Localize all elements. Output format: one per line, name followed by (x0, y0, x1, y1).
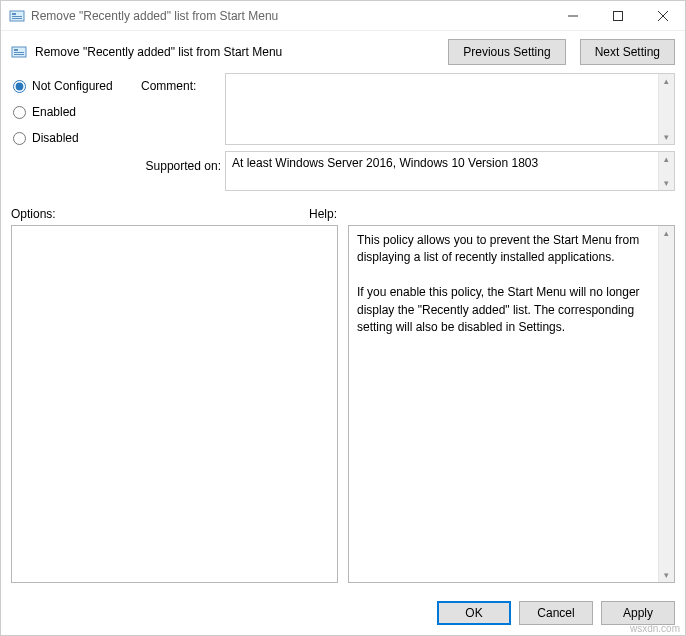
radio-disabled[interactable]: Disabled (11, 131, 137, 145)
previous-setting-button[interactable]: Previous Setting (448, 39, 565, 65)
dialog-window: Remove "Recently added" list from Start … (0, 0, 686, 636)
scroll-up-icon[interactable]: ▴ (664, 74, 669, 88)
scroll-down-icon[interactable]: ▾ (664, 176, 669, 190)
svg-rect-3 (12, 18, 22, 19)
state-radio-group: Not Configured Enabled Disabled (11, 73, 137, 191)
titlebar: Remove "Recently added" list from Start … (1, 1, 685, 31)
scrollbar[interactable]: ▴▾ (658, 226, 674, 582)
svg-rect-1 (12, 13, 16, 15)
options-label: Options: (11, 207, 309, 221)
maximize-button[interactable] (595, 1, 640, 31)
next-setting-button[interactable]: Next Setting (580, 39, 675, 65)
scroll-up-icon[interactable]: ▴ (664, 226, 669, 240)
radio-label: Disabled (32, 131, 79, 145)
apply-button[interactable]: Apply (601, 601, 675, 625)
radio-label: Enabled (32, 105, 76, 119)
options-pane (11, 225, 338, 583)
svg-rect-5 (613, 11, 622, 20)
scroll-down-icon[interactable]: ▾ (664, 130, 669, 144)
help-label: Help: (309, 207, 337, 221)
svg-rect-2 (12, 16, 22, 17)
policy-title: Remove "Recently added" list from Start … (35, 45, 448, 59)
comment-field[interactable]: ▴▾ (225, 73, 675, 145)
policy-icon (11, 44, 27, 60)
supported-label: Supported on: (141, 151, 221, 191)
svg-rect-9 (14, 49, 18, 51)
help-content: This policy allows you to prevent the St… (349, 226, 658, 582)
help-paragraph: If you enable this policy, the Start Men… (357, 284, 650, 336)
scrollbar[interactable]: ▴▾ (658, 152, 674, 190)
minimize-button[interactable] (550, 1, 595, 31)
header: Remove "Recently added" list from Start … (1, 31, 685, 69)
radio-label: Not Configured (32, 79, 113, 93)
close-button[interactable] (640, 1, 685, 31)
radio-not-configured-input[interactable] (13, 80, 26, 93)
watermark: wsxdn.com (630, 623, 680, 634)
help-pane: This policy allows you to prevent the St… (348, 225, 675, 583)
cancel-button[interactable]: Cancel (519, 601, 593, 625)
ok-button[interactable]: OK (437, 601, 511, 625)
svg-rect-10 (14, 52, 24, 53)
radio-not-configured[interactable]: Not Configured (11, 79, 137, 93)
comment-label: Comment: (141, 73, 221, 145)
comment-value (226, 74, 658, 144)
policy-icon (9, 8, 25, 24)
scrollbar[interactable]: ▴▾ (658, 74, 674, 144)
supported-value: At least Windows Server 2016, Windows 10… (226, 152, 658, 190)
help-paragraph: This policy allows you to prevent the St… (357, 232, 650, 267)
radio-enabled[interactable]: Enabled (11, 105, 137, 119)
svg-rect-11 (14, 54, 24, 55)
dialog-footer: OK Cancel Apply (1, 591, 685, 635)
supported-field: At least Windows Server 2016, Windows 10… (225, 151, 675, 191)
radio-enabled-input[interactable] (13, 106, 26, 119)
window-title: Remove "Recently added" list from Start … (31, 9, 550, 23)
scroll-up-icon[interactable]: ▴ (664, 152, 669, 166)
scroll-down-icon[interactable]: ▾ (664, 568, 669, 582)
options-content (12, 226, 337, 582)
radio-disabled-input[interactable] (13, 132, 26, 145)
